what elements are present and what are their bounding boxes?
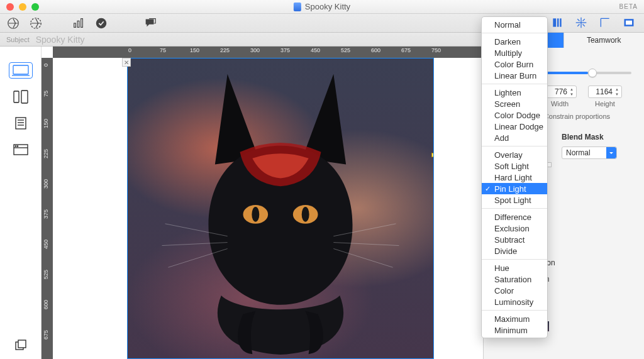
align-icon[interactable]: [551, 16, 564, 31]
dd-lighten[interactable]: Lighten: [482, 87, 547, 98]
dd-color[interactable]: Color: [482, 285, 547, 296]
dd-spot-light[interactable]: Spot Light: [482, 194, 547, 206]
horizontal-ruler[interactable]: 0 75 150 225 300 375 450 525 600 675 750: [53, 47, 483, 58]
svg-rect-2: [74, 23, 76, 27]
dd-color-dodge[interactable]: Color Dodge: [482, 109, 547, 121]
send-icon[interactable]: [6, 16, 20, 30]
svg-rect-31: [557, 18, 559, 26]
svg-rect-32: [560, 18, 562, 26]
blend-mode-value: Normal: [566, 148, 591, 157]
svg-rect-9: [21, 91, 28, 103]
traffic-lights: [0, 3, 39, 11]
dd-darken[interactable]: Darken: [482, 36, 547, 47]
cat-layer: [128, 58, 433, 358]
svg-rect-19: [18, 340, 26, 348]
dd-divide[interactable]: Divide: [482, 245, 547, 257]
svg-point-21: [252, 207, 259, 222]
workspace: 0 75 150 225 300 375 450 525 600 675 750…: [0, 47, 644, 359]
dd-saturation[interactable]: Saturation: [482, 273, 547, 285]
minimize-window-button[interactable]: [19, 3, 26, 11]
dd-hard-light[interactable]: Hard Light: [482, 172, 547, 183]
vertical-ruler[interactable]: 0 75 150 225 300 375 450 525 600 675: [42, 58, 53, 359]
check-icon[interactable]: [94, 16, 108, 30]
svg-rect-40: [626, 20, 632, 25]
svg-line-37: [577, 24, 579, 26]
svg-point-16: [15, 146, 16, 146]
dd-linear-dodge[interactable]: Linear Dodge: [482, 121, 547, 132]
width-value: 776: [555, 87, 567, 96]
width-label: Width: [551, 100, 569, 108]
close-window-button[interactable]: [6, 3, 14, 11]
subject-value[interactable]: Spooky Kitty: [36, 35, 85, 45]
frame-icon[interactable]: [623, 16, 635, 31]
slider-knob[interactable]: [588, 69, 597, 77]
svg-point-23: [302, 207, 309, 222]
mobile-device-button[interactable]: [9, 89, 32, 104]
dd-difference[interactable]: Difference: [482, 211, 547, 223]
dd-multiply[interactable]: Multiply: [482, 47, 547, 58]
dd-color-burn[interactable]: Color Burn: [482, 58, 547, 70]
dd-exclusion[interactable]: Exclusion: [482, 223, 547, 234]
dd-hue[interactable]: Hue: [482, 262, 547, 273]
height-value: 1164: [596, 87, 613, 96]
layers-button[interactable]: [9, 338, 32, 353]
dd-minimum[interactable]: Minimum: [482, 324, 547, 336]
artboard[interactable]: [127, 58, 434, 359]
desktop-device-button[interactable]: [9, 63, 32, 78]
dd-screen[interactable]: Screen: [482, 98, 547, 109]
svg-point-5: [96, 18, 107, 28]
beta-badge: BETA: [619, 3, 638, 10]
analytics-icon[interactable]: [72, 16, 86, 30]
browser-device-button[interactable]: [9, 142, 32, 157]
center-icon[interactable]: [575, 16, 587, 31]
dd-normal[interactable]: Normal: [482, 19, 547, 30]
height-field[interactable]: 1164▲▼: [588, 86, 622, 98]
svg-line-38: [583, 24, 585, 26]
blend-mode-select[interactable]: Normal: [562, 146, 617, 159]
dd-soft-light[interactable]: Soft Light: [482, 160, 547, 172]
svg-rect-4: [81, 18, 83, 27]
width-stepper[interactable]: ▲▼: [568, 87, 575, 97]
height-stepper[interactable]: ▲▼: [613, 87, 621, 97]
selection-handle[interactable]: [431, 153, 434, 157]
blend-mode-dropdown[interactable]: Normal Darken Multiply Color Burn Linear…: [481, 16, 548, 338]
svg-rect-6: [13, 65, 28, 74]
dd-overlay[interactable]: Overlay: [482, 149, 547, 160]
dd-add[interactable]: Add: [482, 132, 547, 143]
svg-rect-30: [553, 18, 556, 26]
document-icon: [294, 3, 301, 11]
inspector-panel: Style Teamwork 776▲▼ Width 1164▲▼ Height…: [483, 47, 644, 359]
dd-linear-burn[interactable]: Linear Burn: [482, 70, 547, 81]
dd-maximum[interactable]: Maximum: [482, 313, 547, 324]
svg-rect-8: [14, 91, 19, 102]
blend-mask-header: Blend Mask: [562, 133, 635, 141]
zoom-window-button[interactable]: [31, 3, 39, 11]
document-title-text: Spooky Kitty: [305, 2, 350, 11]
svg-rect-3: [77, 21, 79, 27]
height-label: Height: [595, 100, 615, 108]
dd-pin-light[interactable]: Pin Light: [482, 183, 547, 194]
canvas-area: 0 75 150 225 300 375 450 525 600 675 750…: [42, 47, 483, 359]
svg-line-35: [577, 19, 579, 21]
text-device-button[interactable]: [9, 116, 32, 131]
svg-rect-10: [16, 118, 26, 129]
width-field[interactable]: 776▲▼: [543, 86, 577, 98]
window-titlebar: Spooky Kitty BETA: [0, 0, 644, 14]
close-artboard-button[interactable]: ✕: [122, 58, 131, 67]
document-title: Spooky Kitty: [294, 2, 350, 11]
dd-subtract[interactable]: Subtract: [482, 234, 547, 245]
chevron-down-icon: [606, 147, 616, 158]
comment-icon[interactable]: [143, 16, 157, 30]
tab-teamwork[interactable]: Teamwork: [564, 33, 645, 48]
dd-luminosity[interactable]: Luminosity: [482, 296, 547, 307]
svg-point-17: [17, 146, 18, 146]
send-later-icon[interactable]: [29, 16, 43, 30]
svg-line-36: [583, 19, 585, 21]
subject-label: Subject: [6, 36, 30, 43]
corner-icon[interactable]: [599, 16, 611, 31]
device-rail: [0, 47, 42, 359]
inspector-body: 776▲▼ Width 1164▲▼ Height Constrain prop…: [484, 47, 644, 331]
